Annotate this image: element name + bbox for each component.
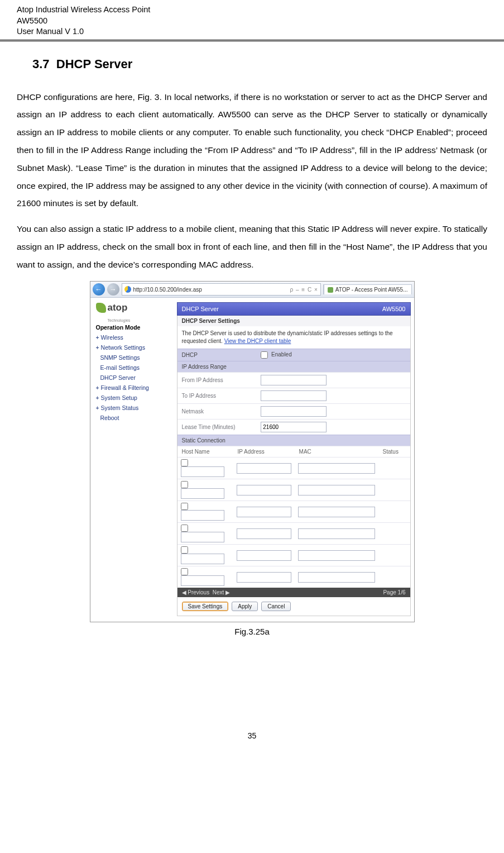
logo-icon — [96, 303, 106, 313]
ip-input[interactable] — [237, 550, 291, 561]
host-input[interactable] — [181, 510, 224, 521]
host-input[interactable] — [181, 554, 224, 564]
sidebar-item-system-setup[interactable]: + System Setup — [96, 393, 171, 403]
forward-button[interactable]: → — [107, 283, 119, 296]
mac-input[interactable] — [298, 463, 375, 474]
header-line2: AW5500 — [17, 16, 487, 27]
static-row — [177, 566, 410, 588]
address-bar[interactable]: http://10.0.50.200/index.asp ρ – ≡ C × — [122, 283, 321, 296]
static-row — [177, 479, 410, 501]
figure-caption: Fig.3.25a — [17, 627, 487, 636]
cancel-button[interactable]: Cancel — [261, 602, 291, 611]
ie-icon — [124, 286, 131, 293]
logo: atop Technologies — [96, 302, 171, 322]
to-ip-label: To IP Address — [177, 388, 257, 404]
sidebar-item-operation-mode[interactable]: Operation Mode — [96, 322, 171, 332]
logo-brand: atop — [108, 302, 128, 313]
col-host: Host Name — [182, 449, 210, 455]
host-input[interactable] — [181, 466, 224, 477]
row-check[interactable] — [181, 459, 188, 466]
netmask-label: Netmask — [177, 404, 257, 420]
browser-tab[interactable]: ATOP - Access Point AW55... — [324, 284, 412, 294]
addr-controls[interactable]: ρ – ≡ C × — [290, 287, 318, 293]
screenshot-figure: ← → http://10.0.50.200/index.asp ρ – ≡ C… — [90, 281, 415, 622]
to-ip-input[interactable] — [261, 390, 327, 401]
mac-input[interactable] — [298, 528, 375, 539]
ip-input[interactable] — [237, 507, 291, 517]
from-ip-label: From IP Address — [177, 373, 257, 388]
pager-page: Page 1/6 — [383, 589, 405, 595]
paragraph-2: You can also assign a static IP address … — [17, 220, 487, 273]
panel-header-left: DHCP Server — [182, 306, 219, 312]
lease-label: Lease Time (Minutes) — [177, 420, 257, 435]
range-header: IP Address Range — [177, 361, 410, 373]
sidebar-item-reboot[interactable]: Reboot — [96, 413, 171, 423]
sidebar-item-network-settings[interactable]: + Network Settings — [96, 342, 171, 352]
host-input[interactable] — [181, 488, 224, 499]
page-number: 35 — [17, 731, 487, 740]
browser-toolbar: ← → http://10.0.50.200/index.asp ρ – ≡ C… — [90, 282, 414, 298]
netmask-input[interactable] — [261, 406, 327, 417]
form-section-title: DHCP Server Settings — [177, 316, 410, 326]
static-row — [177, 545, 410, 566]
paragraph-1: DHCP configurations are here, Fig. 3. In… — [17, 88, 487, 212]
ip-input[interactable] — [237, 485, 291, 495]
sidebar-item-dhcp-server[interactable]: DHCP Server — [96, 373, 171, 383]
host-input[interactable] — [181, 575, 224, 586]
row-check[interactable] — [181, 546, 188, 554]
col-status: Status — [383, 449, 399, 455]
section-name: DHCP Server — [56, 57, 133, 71]
mac-input[interactable] — [298, 507, 375, 517]
static-row — [177, 501, 410, 523]
main-panel: DHCP Server AW5500 DHCP Server Settings … — [175, 298, 414, 622]
ip-input[interactable] — [237, 528, 291, 539]
row-check[interactable] — [181, 568, 188, 575]
header-rule — [0, 40, 504, 41]
dhcp-enabled-text: Enabled — [271, 351, 292, 358]
from-ip-input[interactable] — [261, 375, 327, 385]
logo-subtext: Technologies — [108, 318, 171, 322]
host-input[interactable] — [181, 532, 224, 542]
col-ip: IP Address — [238, 449, 265, 455]
sidebar-item-system-status[interactable]: + System Status — [96, 403, 171, 413]
ip-input[interactable] — [237, 463, 291, 474]
static-header: Static Connection — [177, 435, 410, 446]
back-button[interactable]: ← — [93, 283, 105, 296]
url-text: http://10.0.50.200/index.asp — [133, 287, 202, 293]
mac-input[interactable] — [298, 485, 375, 495]
col-mac: MAC — [299, 449, 311, 455]
static-row — [177, 458, 410, 479]
sidebar-item-snmp[interactable]: SNMP Settings — [96, 352, 171, 363]
favicon — [328, 287, 333, 293]
form-description: The DHCP Server is used to distribute th… — [177, 326, 410, 349]
tab-strip: ATOP - Access Point AW55... — [323, 284, 412, 294]
mac-input[interactable] — [298, 572, 375, 583]
tab-label: ATOP - Access Point AW55... — [335, 287, 408, 293]
sidebar-item-firewall[interactable]: + Firewall & Filtering — [96, 383, 171, 393]
pager-next[interactable]: Next ▶ — [213, 589, 230, 595]
mac-input[interactable] — [298, 550, 375, 561]
save-button[interactable]: Save Settings — [182, 602, 229, 611]
sidebar-item-wireless[interactable]: + Wireless — [96, 332, 171, 342]
sidebar-item-email[interactable]: E-mail Settings — [96, 363, 171, 373]
header-line3: User Manual V 1.0 — [17, 26, 487, 37]
header-line1: Atop Industrial Wireless Access Point — [17, 4, 487, 16]
panel-header-right: AW5500 — [382, 306, 406, 312]
row-check[interactable] — [181, 481, 188, 488]
dhcp-label: DHCP — [177, 349, 257, 361]
sidebar: atop Technologies Operation Mode + Wirel… — [90, 298, 175, 622]
panel-header: DHCP Server AW5500 — [177, 302, 411, 316]
lease-input[interactable] — [261, 422, 327, 432]
pager-prev[interactable]: ◀ Previous — [182, 589, 210, 595]
pager: ◀ Previous Next ▶ Page 1/6 — [177, 588, 410, 597]
ip-input[interactable] — [237, 572, 291, 583]
button-row: Save Settings Apply Cancel — [177, 597, 410, 616]
row-check[interactable] — [181, 503, 188, 510]
apply-button[interactable]: Apply — [232, 602, 258, 611]
dhcp-enabled-cell: Enabled — [256, 349, 410, 361]
row-check[interactable] — [181, 525, 188, 532]
view-client-table-link[interactable]: View the DHCP client table — [224, 338, 291, 344]
dhcp-enabled-checkbox[interactable] — [261, 351, 268, 359]
section-title: 3.7 DHCP Server — [32, 57, 487, 72]
static-row — [177, 523, 410, 545]
